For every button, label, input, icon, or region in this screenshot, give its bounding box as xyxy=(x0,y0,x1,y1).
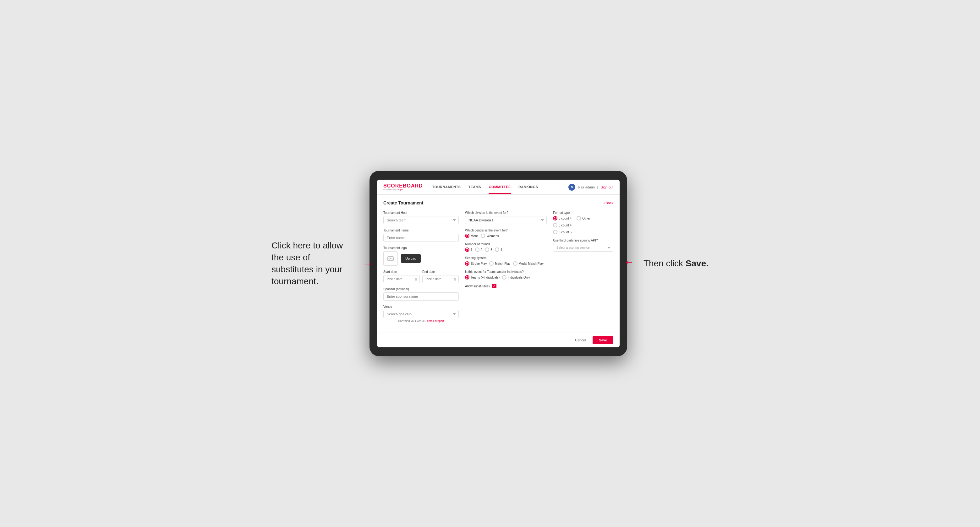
scoring-medal-match-play[interactable]: Medal Match Play xyxy=(513,261,544,266)
rounds-group: Number of rounds 1 2 xyxy=(465,243,547,252)
rounds-3[interactable]: 3 xyxy=(485,248,492,252)
allow-subs-checkbox-label[interactable]: Allow substitutes? xyxy=(465,284,547,288)
rounds-label: Number of rounds xyxy=(465,243,547,246)
rounds-1-label: 1 xyxy=(471,248,473,252)
logo-upload-area: Upload xyxy=(383,251,459,266)
start-date-label: Start date xyxy=(383,270,420,273)
page-content: Create Tournament ‹ Back Tournament Host… xyxy=(377,195,620,333)
event-individuals-radio[interactable] xyxy=(502,275,506,279)
nav-link-committee[interactable]: COMMITTEE xyxy=(488,181,511,194)
email-support-link[interactable]: email support xyxy=(427,319,444,322)
tournament-logo-group: Tournament logo Upload xyxy=(383,246,459,266)
start-date-group: Start date ⊞ xyxy=(383,270,420,283)
gender-mens[interactable]: Mens xyxy=(465,234,478,238)
format-6count4[interactable]: 6 count 4 xyxy=(553,223,571,227)
sponsor-input[interactable] xyxy=(383,292,459,300)
rounds-4-label: 4 xyxy=(501,248,503,252)
save-button[interactable]: Save xyxy=(593,336,613,344)
rounds-2-label: 2 xyxy=(481,248,483,252)
nav-link-tournaments[interactable]: TOURNAMENTS xyxy=(432,181,461,194)
back-link[interactable]: ‹ Back xyxy=(604,201,613,205)
format-6count5-radio[interactable] xyxy=(553,230,557,234)
calendar-icon: ⊞ xyxy=(414,277,417,281)
format-5count4-label: 5 count 4 xyxy=(558,217,571,220)
format-other[interactable]: Other xyxy=(577,216,590,221)
event-individuals[interactable]: Individuals Only xyxy=(502,275,530,279)
scoring-match-radio[interactable] xyxy=(489,261,493,266)
event-teams[interactable]: Teams (+Individuals) xyxy=(465,275,500,279)
tournament-host-group: Tournament Host xyxy=(383,211,459,224)
logo: SCOREBOARD Powered by clippd xyxy=(383,183,423,190)
right-column: Format type 5 count 4 Other xyxy=(553,211,613,327)
scoring-service-select[interactable]: Select a scoring service xyxy=(553,244,613,252)
rounds-2-radio[interactable] xyxy=(475,248,479,252)
gender-womens[interactable]: Womens xyxy=(481,234,499,238)
scoring-medal-radio[interactable] xyxy=(513,261,517,266)
gender-womens-label: Womens xyxy=(487,234,499,238)
rounds-1[interactable]: 1 xyxy=(465,248,473,252)
format-6count4-radio[interactable] xyxy=(553,223,557,227)
format-row-3: 6 count 5 xyxy=(553,230,613,234)
sponsor-group: Sponsor (optional) xyxy=(383,287,459,300)
rounds-3-radio[interactable] xyxy=(485,248,489,252)
nav-links: TOURNAMENTS TEAMS COMMITTEE RANKINGS xyxy=(432,181,568,194)
allow-subs-group: Allow substitutes? xyxy=(465,284,547,288)
nav-right: B blair admin | Sign out xyxy=(568,184,613,190)
scoring-stroke-play[interactable]: Stroke Play xyxy=(465,261,487,266)
division-select[interactable]: NCAA Division I xyxy=(465,216,547,224)
tablet-frame: SCOREBOARD Powered by clippd TOURNAMENTS… xyxy=(369,171,627,356)
logo-text: SCOREBOARD xyxy=(383,183,423,189)
nav-link-teams[interactable]: TEAMS xyxy=(468,181,481,194)
form: Tournament Host Tournament name Tourname… xyxy=(383,211,613,327)
date-row: Start date ⊞ End date ⊞ xyxy=(383,270,459,283)
division-group: Which division is the event for? NCAA Di… xyxy=(465,211,547,224)
user-name: blair admin xyxy=(578,185,595,189)
format-other-label: Other xyxy=(582,217,590,220)
upload-button[interactable]: Upload xyxy=(401,254,421,263)
separator: | xyxy=(597,185,598,189)
event-teams-radio[interactable] xyxy=(465,275,469,279)
scoring-match-play[interactable]: Match Play xyxy=(489,261,510,266)
right-annotation: Then click Save. xyxy=(643,257,708,270)
venue-help: Can't find your venue? email support xyxy=(383,319,459,322)
venue-label: Venue xyxy=(383,305,459,308)
tournament-host-input[interactable] xyxy=(383,216,459,224)
scoring-system-group: Scoring system Stroke Play Match Play xyxy=(465,256,547,266)
format-row-1: 5 count 4 Other xyxy=(553,216,613,221)
page-title: Create Tournament xyxy=(383,200,423,205)
scoring-radio-group: Stroke Play Match Play Medal Match Play xyxy=(465,261,547,266)
tournament-name-input[interactable] xyxy=(383,234,459,242)
scoring-api-group: Use third-party live scoring API? Select… xyxy=(553,239,613,252)
format-6count5-label: 6 count 5 xyxy=(558,230,571,234)
rounds-1-radio[interactable] xyxy=(465,248,469,252)
tournament-logo-label: Tournament logo xyxy=(383,246,459,250)
sign-out-link[interactable]: Sign out xyxy=(601,185,613,189)
rounds-radio-group: 1 2 3 xyxy=(465,248,547,252)
rounds-2[interactable]: 2 xyxy=(475,248,483,252)
scoring-medal-label: Medal Match Play xyxy=(519,262,544,265)
event-for-radio-group: Teams (+Individuals) Individuals Only xyxy=(465,275,547,279)
rounds-4-radio[interactable] xyxy=(495,248,499,252)
gender-womens-radio[interactable] xyxy=(481,234,485,238)
event-teams-label: Teams (+Individuals) xyxy=(471,276,500,279)
allow-subs-checkbox[interactable] xyxy=(492,284,496,288)
cancel-button[interactable]: Cancel xyxy=(571,336,589,344)
nav-link-rankings[interactable]: RANKINGS xyxy=(519,181,538,194)
format-6count5[interactable]: 6 count 5 xyxy=(553,230,571,234)
division-label: Which division is the event for? xyxy=(465,211,547,214)
format-6count4-label: 6 count 4 xyxy=(558,224,571,227)
scoring-stroke-radio[interactable] xyxy=(465,261,469,266)
left-annotation: Click here to allow the use of substitut… xyxy=(272,240,353,287)
tablet-screen: SCOREBOARD Powered by clippd TOURNAMENTS… xyxy=(377,179,620,348)
format-5count4[interactable]: 5 count 4 xyxy=(553,216,571,221)
tournament-name-label: Tournament name xyxy=(383,229,459,232)
gender-mens-radio[interactable] xyxy=(465,234,469,238)
scoring-stroke-label: Stroke Play xyxy=(471,262,487,265)
format-5count4-radio[interactable] xyxy=(553,216,557,221)
gender-group: Which gender is the event for? Mens Wome… xyxy=(465,229,547,238)
event-individuals-label: Individuals Only xyxy=(508,276,530,279)
scoring-match-label: Match Play xyxy=(495,262,510,265)
venue-input[interactable] xyxy=(383,310,459,318)
rounds-4[interactable]: 4 xyxy=(495,248,503,252)
format-other-radio[interactable] xyxy=(577,216,581,221)
